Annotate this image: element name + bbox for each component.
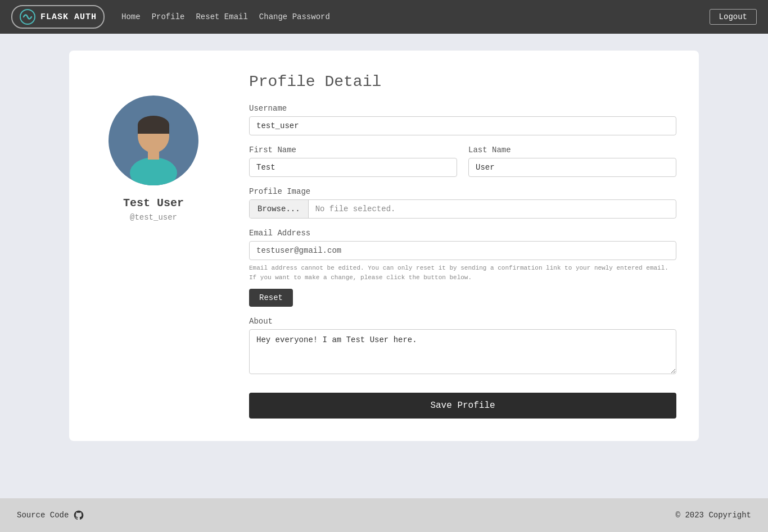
user-display-name: Test User [123, 197, 184, 210]
first-name-input[interactable] [249, 158, 457, 177]
email-label: Email Address [249, 229, 676, 238]
svg-point-4 [130, 157, 177, 185]
form-title: Profile Detail [249, 73, 676, 90]
nav-home[interactable]: Home [121, 12, 141, 21]
brand-text: FLASK AUTH [40, 12, 97, 22]
right-panel: Profile Detail Username First Name Last … [249, 73, 676, 419]
username-input[interactable] [249, 116, 676, 135]
logout-button[interactable]: Logout [710, 9, 757, 25]
svg-rect-3 [138, 125, 169, 134]
brand-icon [19, 8, 36, 25]
github-icon [73, 510, 84, 521]
avatar-svg [114, 107, 193, 185]
browse-button[interactable]: Browse... [250, 200, 309, 218]
profile-image-label: Profile Image [249, 187, 676, 196]
reset-email-button[interactable]: Reset [249, 289, 293, 307]
email-group: Email Address Email address cannot be ed… [249, 229, 676, 307]
last-name-input[interactable] [468, 158, 676, 177]
first-name-group: First Name [249, 145, 457, 177]
user-handle: @test_user [130, 213, 177, 222]
nav-links: Home Profile Reset Email Change Password [121, 12, 330, 21]
left-panel: Test User @test_user [92, 73, 215, 419]
svg-rect-5 [148, 151, 159, 160]
main-content: Test User @test_user Profile Detail User… [0, 34, 768, 498]
save-profile-button[interactable]: Save Profile [249, 393, 676, 419]
avatar [109, 96, 198, 185]
email-help-text: Email address cannot be edited. You can … [249, 263, 676, 282]
profile-image-group: Profile Image Browse... No file selected… [249, 187, 676, 219]
footer-copyright: © 2023 Copyright [676, 511, 751, 520]
about-label: About [249, 317, 676, 326]
last-name-label: Last Name [468, 145, 676, 154]
about-group: About Hey everyone! I am Test User here. [249, 317, 676, 377]
source-code-label: Source Code [17, 511, 69, 520]
navbar: FLASK AUTH Home Profile Reset Email Chan… [0, 0, 768, 34]
name-row: First Name Last Name [249, 145, 676, 177]
profile-card: Test User @test_user Profile Detail User… [69, 51, 699, 441]
file-name-display: No file selected. [309, 200, 676, 218]
username-group: Username [249, 104, 676, 135]
nav-reset-email[interactable]: Reset Email [196, 12, 247, 21]
nav-change-password[interactable]: Change Password [259, 12, 330, 21]
nav-profile[interactable]: Profile [152, 12, 185, 21]
username-label: Username [249, 104, 676, 113]
first-name-label: First Name [249, 145, 457, 154]
last-name-group: Last Name [468, 145, 676, 177]
file-input-wrapper: Browse... No file selected. [249, 199, 676, 219]
navbar-left: FLASK AUTH Home Profile Reset Email Chan… [11, 5, 330, 29]
about-textarea[interactable]: Hey everyone! I am Test User here. [249, 329, 676, 374]
email-input[interactable] [249, 241, 676, 260]
brand[interactable]: FLASK AUTH [11, 5, 105, 29]
source-code-link[interactable]: Source Code [17, 510, 84, 521]
footer: Source Code © 2023 Copyright [0, 498, 768, 532]
